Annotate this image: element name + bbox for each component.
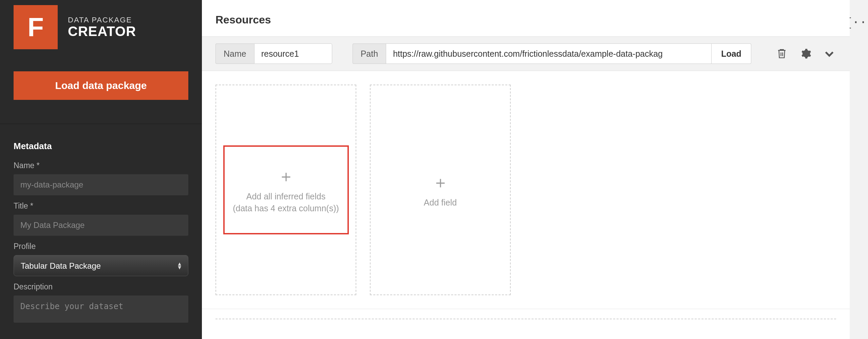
inferred-highlight: ＋ Add all inferred fields (data has 4 ex…	[223, 145, 349, 234]
main-panel: Resources Name Path Load	[202, 0, 850, 339]
title-label: Title *	[14, 201, 188, 211]
gear-icon[interactable]	[799, 47, 812, 60]
metadata-heading: Metadata	[14, 141, 188, 151]
name-input[interactable]	[14, 174, 188, 195]
plus-icon: ＋	[432, 172, 449, 193]
main-header: Resources	[202, 0, 850, 36]
resource-name-label: Name	[215, 43, 254, 64]
resource-path-input[interactable]	[386, 43, 712, 64]
fields-area: ＋ Add all inferred fields (data has 4 ex…	[202, 71, 850, 309]
profile-label: Profile	[14, 242, 188, 251]
right-gutter: {···}	[850, 0, 868, 339]
name-label: Name *	[14, 161, 188, 170]
path-group: Path Load	[353, 43, 751, 64]
sidebar: F DATA PACKAGE CREATOR Load data package…	[0, 0, 202, 339]
load-resource-button[interactable]: Load	[712, 43, 751, 64]
logo-row: F DATA PACKAGE CREATOR	[0, 0, 202, 54]
resources-heading: Resources	[215, 14, 836, 26]
resource-bar: Name Path Load	[202, 36, 850, 71]
chevron-down-icon[interactable]	[823, 47, 836, 60]
add-field-label: Add field	[424, 197, 457, 209]
name-group: Name	[215, 43, 332, 64]
inferred-line1: Add all inferred fields	[246, 191, 325, 202]
plus-icon: ＋	[278, 165, 294, 187]
logo-subtitle: DATA PACKAGE	[68, 16, 136, 24]
section-divider	[202, 309, 850, 309]
load-package-button[interactable]: Load data package	[14, 71, 188, 100]
inferred-line2: (data has 4 extra column(s))	[233, 202, 339, 214]
title-input[interactable]	[14, 215, 188, 236]
logo-icon: F	[14, 5, 58, 49]
resource-name-input[interactable]	[254, 43, 332, 64]
description-label: Description	[14, 282, 188, 291]
description-input[interactable]	[14, 296, 188, 323]
inferred-fields-card[interactable]: ＋ Add all inferred fields (data has 4 ex…	[215, 85, 356, 295]
add-field-card[interactable]: ＋ Add field	[370, 85, 511, 295]
logo-text: DATA PACKAGE CREATOR	[68, 16, 136, 39]
resource-actions	[775, 47, 836, 60]
metadata-section: Metadata Name * Title * Profile Tabular …	[0, 124, 202, 324]
add-resource-placeholder[interactable]	[215, 319, 836, 329]
resource-path-label: Path	[353, 43, 386, 64]
profile-select[interactable]: Tabular Data Package	[14, 255, 188, 276]
logo-title: CREATOR	[68, 24, 136, 39]
trash-icon[interactable]	[775, 47, 789, 60]
